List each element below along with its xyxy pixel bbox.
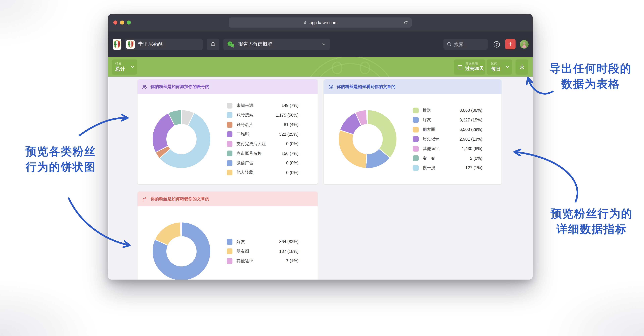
account-logo [126, 40, 135, 49]
url-bar[interactable]: app.kawo.com [229, 18, 412, 28]
account-name: 圭里尼奶酪 [138, 41, 163, 47]
chevron-down-icon [130, 64, 135, 69]
legend-value: 1,175 (56%) [276, 113, 298, 118]
legend-label: 其他途径 [422, 146, 462, 151]
legend-value: 7 (1%) [286, 259, 298, 263]
legend-row: 好友864 (82%) [227, 237, 298, 247]
nav-label: 报告 / 微信概览 [238, 41, 272, 47]
donut-slice[interactable] [368, 110, 397, 158]
legend-swatch [227, 112, 232, 118]
donut-chart-container [152, 110, 211, 168]
legend-swatch [413, 127, 418, 132]
legend-swatch [227, 160, 232, 166]
metric-dropdown[interactable]: 指标 总计 [112, 59, 137, 74]
legend-value: 187 (18%) [279, 249, 298, 254]
legend-label: 点击账号名称 [236, 151, 282, 156]
annotation-line: 行为的饼状图 [19, 159, 103, 175]
legend-label: 二维码 [236, 131, 279, 137]
legend-row: 搜一搜127 (1%) [413, 163, 482, 173]
legend-label: 未知来源 [236, 103, 282, 108]
legend-swatch [227, 258, 232, 264]
interval-dropdown[interactable]: 区间 每日 [487, 59, 512, 74]
help-button[interactable]: ? [493, 41, 500, 48]
legend-swatch [227, 151, 232, 156]
export-download-button[interactable] [516, 59, 528, 74]
report-nav-selector[interactable]: 报告 / 微信概览 [224, 39, 330, 50]
bell-icon [210, 41, 216, 47]
date-range-button[interactable]: 日期范围 过去30天 [454, 59, 485, 74]
annotation-line: 预览各类粉丝 [19, 144, 103, 159]
chevron-down-icon [505, 64, 510, 69]
card-title: 你的粉丝是如何看到你的文章的 [337, 84, 396, 90]
interval-value: 每日 [491, 66, 501, 72]
legend-label: 看一看 [422, 155, 470, 161]
legend-swatch [413, 165, 418, 171]
download-icon [518, 63, 526, 70]
annotation-pie-charts: 预览各类粉丝 行为的饼状图 [19, 144, 103, 175]
legend-label: 账号搜索 [236, 112, 276, 118]
reload-icon[interactable] [403, 20, 409, 26]
legend-row: 推送8,060 (36%) [413, 106, 482, 115]
legend-value: 0 (0%) [286, 170, 298, 175]
legend-swatch [227, 141, 232, 147]
legend-swatch [227, 239, 232, 245]
legend-value: 149 (7%) [282, 103, 298, 108]
legend-swatch [227, 170, 232, 176]
page: Guerrini app.kawo.com [0, 0, 644, 336]
chart-card-follow-sources: 你的粉丝是如何添加你的账号的 未知来源149 (7%)账号搜索1,175 (56… [138, 79, 318, 184]
account-selector[interactable]: 圭里尼奶酪 [125, 39, 202, 50]
legend-value: 3,327 (15%) [460, 118, 482, 122]
donut-chart-container [152, 222, 211, 280]
donut-slice[interactable] [338, 130, 367, 168]
minimize-window-button[interactable] [120, 21, 124, 25]
lock-icon [303, 20, 308, 25]
legend-row: 朋友圈6,500 (29%) [413, 125, 482, 134]
eye-icon [328, 84, 334, 90]
legend-row: 点击账号名称156 (7%) [227, 149, 298, 158]
annotation-line: 详细数据指标 [542, 221, 641, 237]
donut-slice[interactable] [366, 110, 368, 124]
legend-value: 2 (0%) [470, 156, 482, 160]
legend-row: 历史记录2,901 (13%) [413, 134, 482, 144]
maximize-window-button[interactable] [127, 21, 131, 25]
card-body: 未知来源149 (7%)账号搜索1,175 (56%)账号名片81 (4%)二维… [138, 94, 318, 184]
close-window-button[interactable] [113, 21, 118, 25]
notifications-button[interactable] [206, 39, 219, 50]
legend-value: 127 (1%) [466, 165, 482, 170]
chart-legend: 推送8,060 (36%)好友3,327 (15%)朋友圈6,500 (29%)… [413, 106, 482, 173]
legend-row: 朋友圈187 (18%) [227, 247, 298, 256]
chevron-down-icon [321, 42, 326, 47]
chart-legend: 好友864 (82%)朋友圈187 (18%)其他途径7 (1%) [227, 237, 298, 266]
legend-value: 1,430 (6%) [462, 146, 482, 151]
card-body: 好友864 (82%)朋友圈187 (18%)其他途径7 (1%) [138, 206, 318, 280]
browser-window: app.kawo.com 圭里尼奶酪 [108, 14, 533, 280]
search-box [444, 39, 488, 50]
card-header: 你的粉丝是如何添加你的账号的 [138, 79, 318, 94]
legend-row: 他人转载0 (0%) [227, 168, 298, 178]
donut-chart [152, 110, 211, 168]
metric-label: 指标 [116, 62, 125, 66]
donut-slice[interactable] [180, 222, 182, 237]
legend-value: 156 (7%) [282, 151, 298, 156]
legend-value: 522 (25%) [279, 132, 298, 137]
wechat-icon [227, 41, 235, 48]
add-button[interactable]: + [505, 39, 516, 49]
calendar-icon [457, 64, 463, 70]
annotation-line: 预览粉丝行为的 [542, 206, 641, 221]
donut-chart [338, 110, 397, 168]
legend-label: 支付完成后关注 [236, 141, 286, 147]
legend-swatch [413, 117, 418, 123]
legend-label: 朋友圈 [236, 248, 279, 254]
legend-label: 历史记录 [422, 136, 460, 142]
legend-row: 支付完成后关注0 (0%) [227, 139, 298, 149]
card-body: 推送8,060 (36%)好友3,327 (15%)朋友圈6,500 (29%)… [324, 94, 502, 184]
legend-value: 0 (0%) [286, 161, 298, 165]
date-range-value: 过去30天 [465, 66, 484, 72]
report-content: 你的粉丝是如何添加你的账号的 未知来源149 (7%)账号搜索1,175 (56… [108, 77, 533, 280]
legend-swatch [227, 131, 232, 137]
metric-value: 总计 [116, 66, 125, 72]
interval-label: 区间 [491, 62, 501, 66]
legend-value: 81 (4%) [284, 122, 298, 127]
user-avatar[interactable] [520, 40, 528, 49]
brand-logo[interactable] [113, 39, 122, 50]
